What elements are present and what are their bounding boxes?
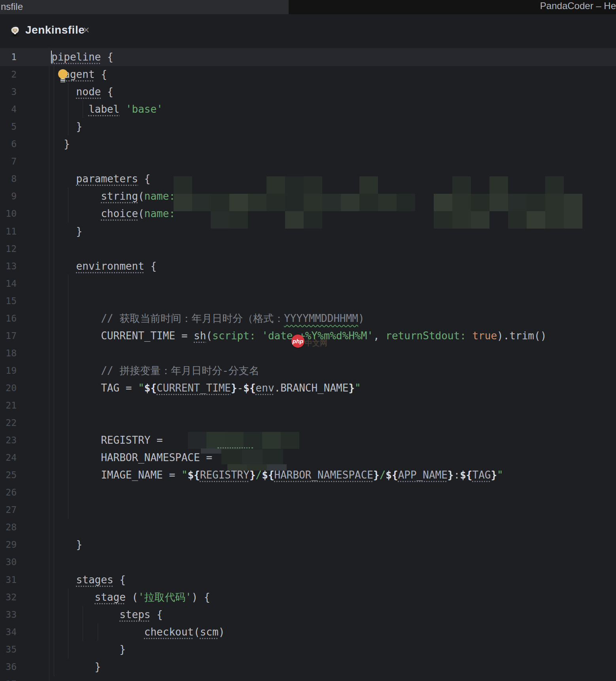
line-number: 2 [0, 66, 17, 83]
code-text: stage ('拉取代码') { [51, 588, 210, 606]
line-number: 12 [0, 240, 17, 257]
line-number: 19 [0, 362, 17, 379]
line-number: 37 [0, 675, 17, 681]
indent-guide [83, 606, 83, 641]
code-text: } [51, 223, 82, 240]
intention-lightbulb-icon[interactable] [58, 69, 68, 79]
indent-guide [68, 187, 68, 223]
code-line[interactable]: 34checkout(scm) [0, 623, 616, 641]
indent-guide [83, 100, 83, 118]
code-line[interactable]: 5} [0, 118, 616, 136]
line-number: 10 [0, 205, 17, 222]
code-line[interactable]: 2agent { [0, 66, 616, 83]
line-number: 27 [0, 501, 17, 518]
code-line[interactable]: 36} [0, 658, 616, 676]
code-text: // 拼接变量：年月日时分-分支名 [51, 362, 259, 379]
code-text: } [51, 135, 70, 153]
code-line[interactable]: 35} [0, 641, 616, 658]
close-icon[interactable]: × [83, 24, 89, 36]
indent-guide [68, 588, 68, 658]
line-number: 35 [0, 641, 17, 658]
line-number: 32 [0, 588, 17, 606]
code-line[interactable]: 25IMAGE_NAME = "${REGISTRY}/${HARBOR_NAM… [0, 466, 616, 484]
ide-window: nsfile PandaCoder – He Jenkinsfile × [0, 0, 616, 681]
indent-guide [98, 623, 98, 641]
redaction-typo-underline [217, 447, 253, 448]
line-number: 36 [0, 658, 17, 675]
line-number: 15 [0, 292, 17, 310]
code-text: HARBOR_NAMESPACE = [51, 449, 212, 466]
line-number: 16 [0, 310, 17, 327]
code-text: checkout(scm) [51, 623, 225, 641]
code-line[interactable]: 24HARBOR_NAMESPACE = [0, 449, 616, 467]
line-number: 28 [0, 518, 17, 536]
watermark-text: 中文网 [305, 338, 327, 348]
line-number: 21 [0, 397, 17, 414]
line-number: 9 [0, 187, 17, 205]
code-text: } [51, 536, 82, 553]
indent-guide [54, 66, 54, 676]
line-number: 23 [0, 431, 17, 449]
line-number: 18 [0, 344, 17, 362]
line-number: 31 [0, 571, 17, 588]
code-line[interactable]: 28 [0, 518, 616, 536]
code-line[interactable]: 4label 'base' [0, 100, 616, 118]
window-title-project: PandaCoder – He [540, 0, 616, 11]
titlebar-left-segment: nsfile [0, 0, 289, 14]
indent-guide [68, 275, 68, 519]
line-number: 6 [0, 135, 17, 153]
line-number: 25 [0, 466, 17, 484]
code-line[interactable]: 33steps { [0, 606, 616, 624]
code-line[interactable]: 13environment { [0, 257, 616, 275]
code-text: } [51, 658, 101, 675]
line-number: 29 [0, 536, 17, 553]
code-text: string(name: [51, 187, 175, 205]
line-number: 30 [0, 553, 17, 571]
code-line[interactable]: 31stages { [0, 571, 616, 589]
line-number: 3 [0, 83, 17, 100]
text-caret [51, 51, 52, 63]
line-number: 17 [0, 327, 17, 344]
code-editor[interactable]: 1pipeline {2agent {3node {4label 'base'5… [0, 47, 616, 681]
code-line[interactable]: 3node { [0, 83, 616, 101]
code-line[interactable]: 12 [0, 240, 616, 258]
line-number: 4 [0, 100, 17, 118]
code-line[interactable]: 14 [0, 275, 616, 293]
code-line[interactable]: 26 [0, 484, 616, 501]
line-number: 11 [0, 223, 17, 240]
code-line[interactable]: 37 [0, 675, 616, 681]
indent-guide [68, 83, 68, 135]
line-number: 34 [0, 623, 17, 641]
code-line[interactable]: 15 [0, 292, 616, 310]
editor-tab-bar: Jenkinsfile × [0, 14, 616, 47]
lightbulb-base [60, 79, 65, 82]
code-text: } [51, 118, 82, 135]
code-line[interactable]: 30 [0, 553, 616, 571]
line-number: 20 [0, 379, 17, 397]
code-line[interactable]: 21 [0, 397, 616, 414]
code-line[interactable]: 19// 拼接变量：年月日时分-分支名 [0, 362, 616, 380]
code-line[interactable]: 23REGISTRY = [0, 431, 616, 449]
code-line[interactable]: 20TAG = "${CURRENT_TIME}-${env.BRANCH_NA… [0, 379, 616, 397]
code-text: node { [51, 83, 113, 100]
tab-label: Jenkinsfile [25, 24, 85, 36]
code-line[interactable]: 27 [0, 501, 616, 519]
code-line[interactable]: 29} [0, 536, 616, 554]
code-line[interactable]: 6} [0, 135, 616, 153]
line-number: 7 [0, 153, 17, 170]
code-text: } [51, 641, 126, 658]
code-text: // 获取当前时间：年月日时分（格式：YYYYMMDDHHMM) [51, 310, 365, 327]
php-logo-icon: php [291, 335, 304, 348]
line-number: 8 [0, 170, 17, 187]
line-number: 24 [0, 449, 17, 466]
window-title-partial: nsfile [1, 1, 23, 12]
line-number: 14 [0, 275, 17, 292]
code-line[interactable]: 1pipeline { [0, 48, 616, 66]
code-line[interactable]: 7 [0, 153, 616, 170]
code-line[interactable]: 16// 获取当前时间：年月日时分（格式：YYYYMMDDHHMM) [0, 310, 616, 327]
code-text: stages { [51, 571, 126, 588]
code-text: TAG = "${CURRENT_TIME}-${env.BRANCH_NAME… [51, 379, 361, 397]
line-number: 13 [0, 257, 17, 275]
code-line[interactable]: 32stage ('拉取代码') { [0, 588, 616, 606]
code-line[interactable]: 22 [0, 414, 616, 432]
